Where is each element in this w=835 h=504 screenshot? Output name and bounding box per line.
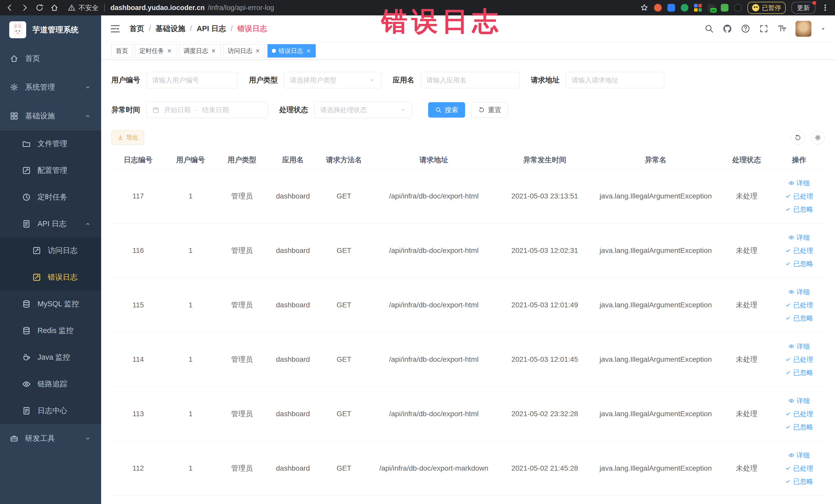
detail-link[interactable]: 详细 xyxy=(788,287,810,297)
sidebar-item-java-monitor[interactable]: Java 监控 xyxy=(0,344,101,371)
sidebar-item-api-logs[interactable]: API 日志 xyxy=(0,210,101,237)
processed-link[interactable]: 已处理 xyxy=(785,192,813,201)
sidebar-item-error-log[interactable]: 错误日志 xyxy=(0,264,101,291)
sidebar-item-redis-monitor[interactable]: Redis 监控 xyxy=(0,317,101,344)
detail-link[interactable]: 详细 xyxy=(788,451,810,460)
fullscreen-icon[interactable] xyxy=(759,24,769,33)
browser-menu-kebab-icon[interactable] xyxy=(821,4,829,12)
exception-time-range-picker[interactable]: 开始日期 - 结束日期 xyxy=(146,102,268,118)
request-url-input[interactable] xyxy=(566,72,664,88)
extension-icon-3[interactable] xyxy=(681,4,688,12)
reset-button[interactable]: 重置 xyxy=(471,102,508,118)
sidebar-item-file-management[interactable]: 文件管理 xyxy=(0,130,101,157)
sidebar-item-label: 首页 xyxy=(25,54,40,64)
tab-label: 错误日志 xyxy=(279,47,303,55)
browser-home-icon[interactable] xyxy=(50,4,59,12)
user-type-label: 用户类型 xyxy=(249,75,278,85)
sidebar-item-label: 访问日志 xyxy=(48,245,78,256)
sidebar-item-mysql-monitor[interactable]: MySQL 监控 xyxy=(0,291,101,317)
ignored-link[interactable]: 已忽略 xyxy=(785,477,813,486)
font-size-icon[interactable] xyxy=(777,24,787,33)
paused-badge[interactable]: 已暂停 xyxy=(748,2,786,14)
extension-icon-2[interactable] xyxy=(667,4,675,12)
processed-link[interactable]: 已处理 xyxy=(785,301,813,310)
refresh-icon xyxy=(794,134,801,141)
column-settings-button[interactable] xyxy=(811,131,825,144)
extension-icon-1[interactable] xyxy=(654,4,662,12)
edit-icon xyxy=(22,166,31,175)
tab-error-log[interactable]: 错误日志 xyxy=(267,44,316,58)
export-button[interactable]: 导出 xyxy=(111,130,144,145)
ignored-link[interactable]: 已忽略 xyxy=(785,314,813,323)
processed-link[interactable]: 已处理 xyxy=(785,464,813,473)
hamburger-icon[interactable] xyxy=(110,23,121,34)
user-type-select[interactable]: 请选择用户类型 xyxy=(284,72,382,88)
sidebar-item-log-center[interactable]: 日志中心 xyxy=(0,398,101,424)
close-icon[interactable] xyxy=(306,48,311,54)
breadcrumb-infrastructure[interactable]: 基础设施 xyxy=(156,24,185,34)
sidebar-item-scheduled-tasks[interactable]: 定时任务 xyxy=(0,184,101,210)
extension-leaf-icon[interactable] xyxy=(721,4,729,12)
sidebar-item-label: 日志中心 xyxy=(38,406,67,416)
processed-link[interactable]: 已处理 xyxy=(785,246,813,255)
sidebar-item-home[interactable]: 首页 xyxy=(0,44,101,73)
sidebar-item-label: 基础设施 xyxy=(25,111,55,121)
processed-link[interactable]: 已处理 xyxy=(785,409,813,419)
breadcrumb-home[interactable]: 首页 xyxy=(129,24,144,34)
processed-link[interactable]: 已处理 xyxy=(785,355,813,364)
help-icon[interactable] xyxy=(741,24,750,33)
sidebar-item-infrastructure[interactable]: 基础设施 xyxy=(0,102,101,130)
bookmark-star-icon[interactable] xyxy=(640,4,648,12)
close-icon[interactable] xyxy=(255,48,261,54)
breadcrumb-api-logs[interactable]: API 日志 xyxy=(197,24,226,34)
detail-link[interactable]: 详细 xyxy=(788,342,810,351)
cell-user-type: 管理员 xyxy=(217,278,268,332)
caret-down-icon[interactable] xyxy=(820,26,826,32)
address-bar[interactable]: 不安全 dashboard.yudao.iocoder.cn /infra/lo… xyxy=(68,3,274,12)
not-secure-warning-icon[interactable] xyxy=(68,4,76,12)
tab-home[interactable]: 首页 xyxy=(111,44,133,58)
close-icon[interactable] xyxy=(211,48,217,54)
cell-user-type: 管理员 xyxy=(217,332,268,387)
ignored-link[interactable]: 已忽略 xyxy=(785,205,813,214)
detail-link[interactable]: 详细 xyxy=(788,397,810,405)
tab-access-log[interactable]: 访问日志 xyxy=(223,44,265,58)
back-icon[interactable] xyxy=(6,4,14,12)
search-icon[interactable] xyxy=(704,24,714,33)
view-icon xyxy=(788,452,794,458)
sidebar-item-dev-tools[interactable]: 研发工具 xyxy=(0,424,101,453)
sidebar-item-label: Java 监控 xyxy=(38,352,70,363)
ignored-link[interactable]: 已忽略 xyxy=(785,423,813,431)
update-button[interactable]: 更新 xyxy=(791,2,815,14)
cell-request-url: /api/infra/db-doc/export-html xyxy=(370,169,498,223)
extensions-grid-icon[interactable] xyxy=(694,4,702,12)
reset-button-label: 重置 xyxy=(488,105,501,115)
sidebar-item-trace[interactable]: 链路追踪 xyxy=(0,371,101,398)
tab-scheduled-tasks[interactable]: 定时任务 xyxy=(135,44,177,58)
reload-icon[interactable] xyxy=(36,4,44,12)
search-button[interactable]: 搜索 xyxy=(428,102,465,118)
table-row: 113 1 管理员 dashboard GET /api/infra/db-do… xyxy=(111,387,825,441)
tab-schedule-log[interactable]: 调度日志 xyxy=(179,44,221,58)
cell-method: GET xyxy=(318,441,370,496)
github-icon[interactable] xyxy=(722,24,732,33)
refresh-button[interactable] xyxy=(791,131,805,144)
extension-paw-icon[interactable] xyxy=(734,4,742,12)
sidebar-item-access-log[interactable]: 访问日志 xyxy=(0,237,101,264)
sidebar-item-label: MySQL 监控 xyxy=(38,299,79,309)
process-status-select[interactable]: 请选择处理状态 xyxy=(314,102,412,118)
cell-app-name: dashboard xyxy=(268,441,318,496)
sidebar-item-system-management[interactable]: 系统管理 xyxy=(0,73,101,102)
app-name-input[interactable] xyxy=(421,72,520,88)
extension-on-icon[interactable]: on xyxy=(708,4,715,12)
sidebar-item-config-management[interactable]: 配置管理 xyxy=(0,157,101,184)
ignored-link[interactable]: 已忽略 xyxy=(785,259,813,268)
ignored-link[interactable]: 已忽略 xyxy=(785,368,813,377)
user-id-input[interactable] xyxy=(146,72,238,88)
detail-link[interactable]: 详细 xyxy=(788,233,810,242)
avatar[interactable] xyxy=(795,21,811,37)
cell-status: 未处理 xyxy=(720,441,773,496)
detail-link[interactable]: 详细 xyxy=(788,179,810,188)
close-icon[interactable] xyxy=(167,48,172,54)
forward-icon[interactable] xyxy=(21,4,29,12)
